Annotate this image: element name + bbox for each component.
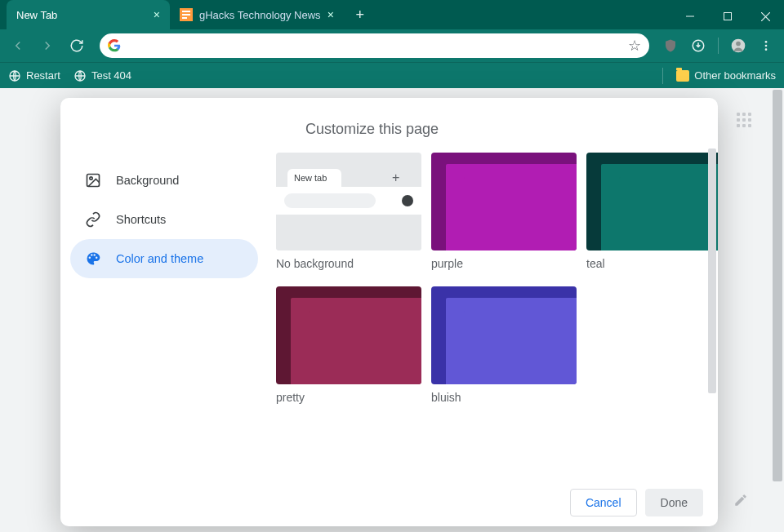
maximize-button[interactable] [709,3,746,29]
svg-point-11 [90,177,92,180]
theme-label: bluish [431,391,577,406]
theme-preview [276,286,421,384]
globe-icon [8,69,21,82]
theme-purple[interactable]: purple [431,153,577,272]
theme-teal[interactable]: teal [586,153,718,272]
bookmark-label: Test 404 [91,69,131,82]
bookmark-test-404[interactable]: Test 404 [74,69,131,82]
other-bookmarks[interactable]: Other bookmarks [662,68,776,84]
palette-icon [85,250,101,267]
close-window-button[interactable] [746,3,784,29]
theme-options: New tab + No background [266,153,718,477]
menu-button[interactable] [755,34,777,57]
theme-preview [431,153,577,250]
theme-preview [586,153,718,250]
theme-preview: New tab + [276,153,421,250]
dialog-footer: Cancel Done [60,477,718,526]
minimize-button[interactable] [671,3,709,29]
nav-shortcuts[interactable]: Shortcuts [70,200,258,239]
dialog-scrollbar[interactable] [706,149,718,474]
close-icon[interactable]: × [327,8,334,21]
back-button[interactable] [5,33,31,59]
done-button[interactable]: Done [645,489,703,516]
browser-toolbar: ☆ [0,29,784,62]
tab-new-tab[interactable]: New Tab × [7,0,170,29]
tab-strip: New Tab × gHacks Technology News × + [0,0,372,29]
theme-no-background[interactable]: New tab + No background [276,153,421,272]
page-scrollbar[interactable] [771,88,784,532]
reload-button[interactable] [64,33,90,59]
google-icon [108,39,121,52]
globe-icon [74,69,87,82]
bookmark-star-icon[interactable]: ☆ [628,37,641,55]
download-icon[interactable] [687,34,710,57]
svg-point-5 [765,41,768,43]
theme-label: pretty [276,391,421,406]
image-icon [85,172,101,188]
extension-icons [659,34,779,57]
ublock-icon[interactable] [659,34,682,57]
customize-dialog: Customize this page Background Shortcuts… [60,98,718,526]
profile-avatar[interactable] [727,34,750,57]
site-favicon [180,8,193,21]
other-bookmarks-label: Other bookmarks [694,69,776,82]
dialog-title: Customize this page [60,98,718,138]
theme-bluish[interactable]: bluish [431,286,577,406]
content-area: Customize this page Background Shortcuts… [0,88,784,532]
separator [718,38,719,54]
nav-label: Background [116,174,179,187]
theme-label: No background [276,257,421,272]
nav-background[interactable]: Background [70,161,258,200]
theme-label: teal [586,257,718,272]
theme-preview [431,286,577,384]
bookmark-label: Restart [26,69,60,82]
bookmarks-bar: Restart Test 404 Other bookmarks [0,62,784,88]
svg-rect-1 [724,13,732,20]
avatar-icon [402,195,413,206]
svg-point-6 [765,45,768,47]
apps-grid-icon[interactable] [737,113,755,131]
preview-tab-label: New tab [287,169,341,187]
close-icon[interactable]: × [154,8,160,21]
nav-color-theme[interactable]: Color and theme [70,239,258,278]
dialog-sidenav: Background Shortcuts Color and theme [60,153,266,477]
window-controls [671,3,784,29]
svg-point-7 [765,48,768,51]
tab-title: New Tab [16,9,57,21]
nav-label: Shortcuts [116,213,166,226]
tab-title: gHacks Technology News [199,9,321,21]
customize-fab[interactable] [727,486,755,514]
svg-point-4 [736,42,741,47]
add-tab-button[interactable]: + [349,3,372,26]
forward-button[interactable] [34,33,60,59]
separator [662,68,663,84]
nav-label: Color and theme [116,252,203,265]
theme-label: purple [431,257,577,272]
plus-icon: + [392,171,399,185]
link-icon [85,211,101,228]
address-bar[interactable]: ☆ [100,33,649,58]
folder-icon [676,70,689,82]
tab-ghacks[interactable]: gHacks Technology News × [170,0,344,29]
cancel-button[interactable]: Cancel [570,489,637,516]
bookmark-restart[interactable]: Restart [8,69,60,82]
window-titlebar: New Tab × gHacks Technology News × + [0,0,784,29]
theme-pretty[interactable]: pretty [276,286,421,406]
